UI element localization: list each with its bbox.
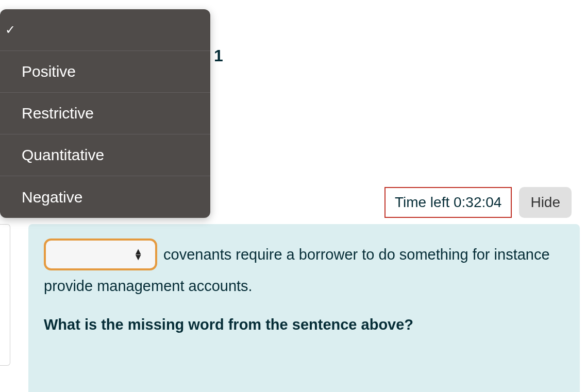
dropdown-option-label: Restrictive <box>22 105 94 122</box>
question-card: ▲▼ covenants require a borrower to do so… <box>28 224 580 392</box>
hide-timer-button[interactable]: Hide <box>519 187 572 218</box>
timer-row: Time left 0:32:04 Hide <box>384 187 572 218</box>
dropdown-option-label: Quantitative <box>22 146 104 164</box>
question-number: 1 <box>214 46 223 65</box>
time-left-text: Time left 0:32:04 <box>395 194 502 210</box>
dropdown-option-restrictive[interactable]: Restrictive <box>0 93 210 134</box>
dropdown-option-label: Negative <box>22 189 82 206</box>
dropdown-option-label: Positive <box>22 63 76 80</box>
dropdown-option-negative[interactable]: Negative <box>0 176 210 218</box>
answer-dropdown-popover: ✓ Positive Restrictive Quantitative Nega… <box>0 9 210 218</box>
question-sentence-line1: ▲▼ covenants require a borrower to do so… <box>44 238 564 270</box>
dropdown-option-quantitative[interactable]: Quantitative <box>0 134 210 176</box>
dropdown-option-blank[interactable]: ✓ <box>0 9 210 51</box>
select-arrows-icon: ▲▼ <box>133 249 143 260</box>
answer-select[interactable]: ▲▼ <box>44 238 157 270</box>
question-prompt: What is the missing word from the senten… <box>44 316 564 333</box>
time-left-box: Time left 0:32:04 <box>384 187 512 218</box>
sentence-text-part2: provide management accounts. <box>44 278 564 295</box>
sentence-text-part1: covenants require a borrower to do somet… <box>163 244 550 265</box>
question-nav-panel-clip <box>0 224 10 366</box>
check-icon: ✓ <box>5 24 15 36</box>
dropdown-option-positive[interactable]: Positive <box>0 51 210 93</box>
